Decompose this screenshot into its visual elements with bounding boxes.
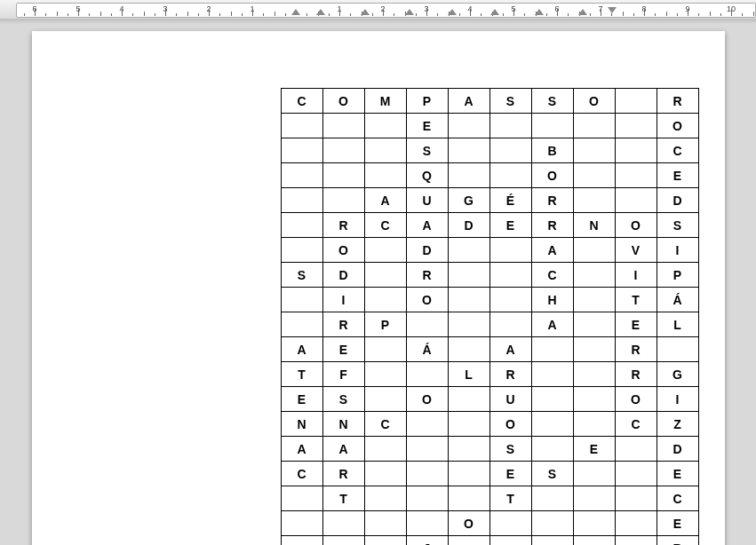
grid-cell[interactable]: A (489, 337, 531, 362)
grid-cell[interactable] (573, 486, 615, 511)
grid-cell[interactable]: R (489, 362, 531, 387)
grid-cell[interactable]: O (322, 89, 364, 114)
grid-cell[interactable] (281, 238, 322, 263)
grid-cell[interactable] (322, 138, 364, 163)
grid-cell[interactable] (448, 486, 489, 511)
grid-cell[interactable] (364, 362, 406, 387)
grid-cell[interactable] (615, 163, 657, 188)
grid-cell[interactable] (448, 263, 489, 288)
grid-cell[interactable]: F (322, 362, 364, 387)
grid-cell[interactable]: C (657, 138, 698, 163)
grid-cell[interactable] (615, 511, 657, 536)
ruler-marker-icon[interactable] (490, 9, 499, 15)
grid-cell[interactable]: I (322, 288, 364, 312)
grid-cell[interactable]: S (489, 89, 531, 114)
grid-cell[interactable]: G (657, 362, 698, 387)
grid-cell[interactable] (406, 486, 448, 511)
grid-cell[interactable]: L (448, 362, 489, 387)
grid-cell[interactable]: A (281, 437, 322, 462)
grid-cell[interactable]: C (364, 412, 406, 437)
grid-cell[interactable]: N (281, 412, 322, 437)
grid-cell[interactable]: E (281, 387, 322, 412)
grid-cell[interactable]: R (322, 312, 364, 337)
grid-cell[interactable]: E (406, 114, 448, 138)
grid-cell[interactable]: D (406, 238, 448, 263)
grid-cell[interactable] (615, 138, 657, 163)
grid-cell[interactable] (364, 288, 406, 312)
grid-cell[interactable] (573, 263, 615, 288)
grid-cell[interactable] (322, 511, 364, 536)
grid-cell[interactable]: E (657, 163, 698, 188)
grid-cell[interactable]: O (489, 412, 531, 437)
grid-cell[interactable]: R (322, 462, 364, 486)
grid-cell[interactable] (364, 437, 406, 462)
grid-cell[interactable]: B (531, 138, 573, 163)
grid-cell[interactable] (573, 362, 615, 387)
grid-cell[interactable]: C (364, 213, 406, 238)
grid-cell[interactable] (573, 462, 615, 486)
grid-cell[interactable]: T (489, 486, 531, 511)
grid-cell[interactable] (615, 89, 657, 114)
grid-cell[interactable] (531, 362, 573, 387)
grid-cell[interactable]: R (531, 213, 573, 238)
grid-cell[interactable]: P (364, 312, 406, 337)
grid-cell[interactable] (406, 312, 448, 337)
grid-cell[interactable] (322, 114, 364, 138)
grid-cell[interactable] (406, 437, 448, 462)
grid-cell[interactable] (489, 163, 531, 188)
grid-cell[interactable] (448, 288, 489, 312)
grid-cell[interactable]: E (573, 437, 615, 462)
grid-cell[interactable]: T (615, 288, 657, 312)
ruler-marker-icon[interactable] (578, 9, 587, 15)
grid-cell[interactable] (448, 387, 489, 412)
grid-cell[interactable] (531, 437, 573, 462)
grid-cell[interactable] (531, 387, 573, 412)
grid-cell[interactable]: S (531, 89, 573, 114)
grid-cell[interactable]: A (531, 312, 573, 337)
document-viewport[interactable]: COMPASSOREOSBCQOEAUGÉRDRCADERNOSODAVISDR… (0, 24, 756, 545)
grid-cell[interactable]: A (448, 89, 489, 114)
grid-cell[interactable] (406, 511, 448, 536)
grid-cell[interactable]: D (322, 263, 364, 288)
grid-cell[interactable]: S (489, 437, 531, 462)
grid-cell[interactable] (573, 238, 615, 263)
grid-cell[interactable] (281, 288, 322, 312)
grid-cell[interactable]: R (531, 188, 573, 213)
ruler-marker-icon[interactable] (535, 9, 544, 15)
grid-cell[interactable]: O (406, 288, 448, 312)
grid-cell[interactable]: A (281, 337, 322, 362)
grid-cell[interactable]: U (489, 387, 531, 412)
grid-cell[interactable]: V (615, 238, 657, 263)
grid-cell[interactable]: E (657, 462, 698, 486)
grid-cell[interactable] (615, 462, 657, 486)
grid-cell[interactable] (489, 238, 531, 263)
grid-cell[interactable] (322, 163, 364, 188)
grid-cell[interactable] (615, 536, 657, 546)
grid-cell[interactable] (448, 462, 489, 486)
grid-cell[interactable] (489, 114, 531, 138)
grid-cell[interactable]: U (406, 188, 448, 213)
grid-cell[interactable]: S (657, 213, 698, 238)
grid-cell[interactable]: C (281, 462, 322, 486)
ruler-marker-icon[interactable] (361, 9, 370, 15)
grid-cell[interactable]: C (657, 486, 698, 511)
grid-cell[interactable]: P (406, 89, 448, 114)
grid-cell[interactable]: S (281, 263, 322, 288)
grid-cell[interactable] (322, 188, 364, 213)
grid-cell[interactable] (573, 536, 615, 546)
grid-cell[interactable] (364, 263, 406, 288)
grid-cell[interactable]: T (322, 486, 364, 511)
grid-cell[interactable]: A (531, 238, 573, 263)
grid-cell[interactable] (406, 362, 448, 387)
grid-cell[interactable] (573, 138, 615, 163)
grid-cell[interactable]: É (489, 188, 531, 213)
ruler-marker-icon[interactable] (316, 9, 325, 15)
grid-cell[interactable] (615, 437, 657, 462)
grid-cell[interactable]: O (615, 213, 657, 238)
grid-cell[interactable] (364, 337, 406, 362)
grid-cell[interactable] (322, 536, 364, 546)
grid-cell[interactable]: J (406, 536, 448, 546)
grid-cell[interactable] (406, 412, 448, 437)
grid-cell[interactable] (364, 511, 406, 536)
grid-cell[interactable] (448, 437, 489, 462)
